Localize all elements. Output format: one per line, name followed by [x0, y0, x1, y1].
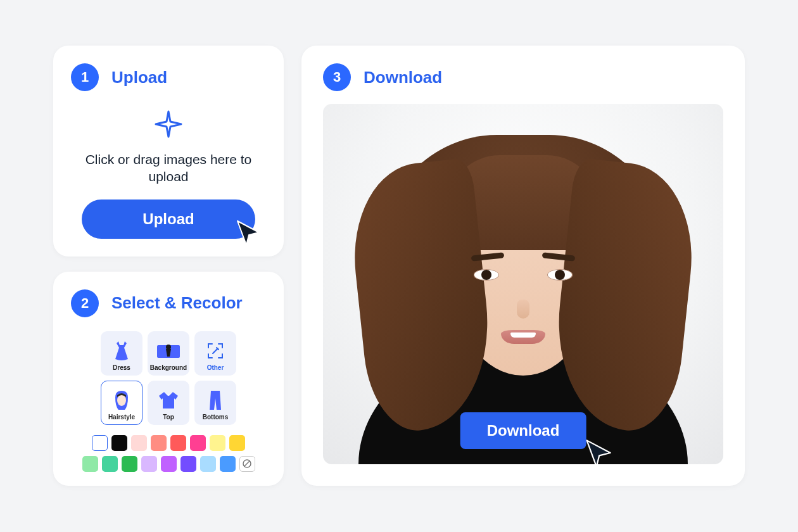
- category-dress[interactable]: Dress: [101, 331, 142, 376]
- result-image: [323, 104, 723, 464]
- upload-button[interactable]: Upload: [82, 200, 255, 239]
- cursor-pointer-icon: [583, 438, 613, 464]
- category-label: Dress: [113, 364, 130, 371]
- color-swatch[interactable]: [92, 435, 108, 451]
- color-swatch[interactable]: [220, 456, 236, 472]
- step2-badge: 2: [71, 289, 99, 317]
- category-hairstyle[interactable]: Hairstyle: [101, 381, 142, 425]
- category-bottoms[interactable]: Bottoms: [194, 381, 236, 425]
- download-button-label: Download: [487, 422, 560, 439]
- category-label: Other: [207, 364, 224, 371]
- svg-point-1: [166, 345, 171, 350]
- background-icon: [156, 336, 181, 364]
- dress-icon: [113, 336, 130, 364]
- upload-hint-text: Click or drag images here to upload: [71, 151, 266, 186]
- hairstyle-icon: [112, 385, 131, 414]
- category-top[interactable]: Top: [148, 381, 189, 425]
- color-swatch[interactable]: [131, 435, 147, 451]
- step1-title: Upload: [111, 68, 167, 87]
- color-swatch[interactable]: [229, 435, 245, 451]
- color-swatch[interactable]: [180, 456, 196, 472]
- color-swatch[interactable]: [200, 456, 216, 472]
- step2-header: 2 Select & Recolor: [71, 289, 266, 317]
- color-swatch[interactable]: [122, 456, 137, 472]
- top-icon: [158, 385, 179, 414]
- color-swatch[interactable]: [161, 456, 177, 472]
- color-swatches: [71, 435, 266, 472]
- svg-line-4: [244, 461, 250, 467]
- upload-button-label: Upload: [142, 210, 194, 227]
- step1-header: 1 Upload: [71, 63, 266, 91]
- download-button[interactable]: Download: [460, 412, 586, 449]
- sparkle-plus-icon: [155, 110, 182, 138]
- step3-badge: 3: [323, 63, 351, 91]
- color-swatch[interactable]: [190, 435, 206, 451]
- step3-title: Download: [364, 68, 442, 87]
- no-color-swatch[interactable]: [239, 456, 255, 472]
- color-swatch[interactable]: [141, 456, 157, 472]
- category-label: Hairstyle: [108, 414, 135, 421]
- step2-title: Select & Recolor: [111, 293, 243, 313]
- bottoms-icon: [208, 385, 222, 414]
- category-label: Top: [163, 414, 174, 421]
- color-swatch[interactable]: [170, 435, 186, 451]
- preview-area: Download: [323, 104, 723, 464]
- category-other[interactable]: Other: [194, 331, 236, 376]
- color-swatch[interactable]: [102, 456, 118, 472]
- color-swatch[interactable]: [151, 435, 167, 451]
- cursor-pointer-icon: [234, 218, 262, 246]
- step3-header: 3 Download: [323, 63, 723, 91]
- step-upload-card: 1 Upload Click or drag images here to up…: [53, 46, 284, 256]
- color-swatch[interactable]: [210, 435, 225, 451]
- step-download-card: 3 Download: [301, 46, 745, 486]
- category-label: Background: [150, 364, 187, 371]
- color-swatch[interactable]: [82, 456, 98, 472]
- step-select-recolor-card: 2 Select & Recolor Dress: [53, 272, 284, 486]
- category-grid: Dress Background: [71, 331, 266, 425]
- svg-point-2: [117, 395, 126, 406]
- category-label: Bottoms: [203, 414, 229, 421]
- color-swatch[interactable]: [111, 435, 127, 451]
- category-background[interactable]: Background: [148, 331, 189, 376]
- step1-badge: 1: [71, 63, 99, 91]
- scan-icon: [206, 336, 224, 364]
